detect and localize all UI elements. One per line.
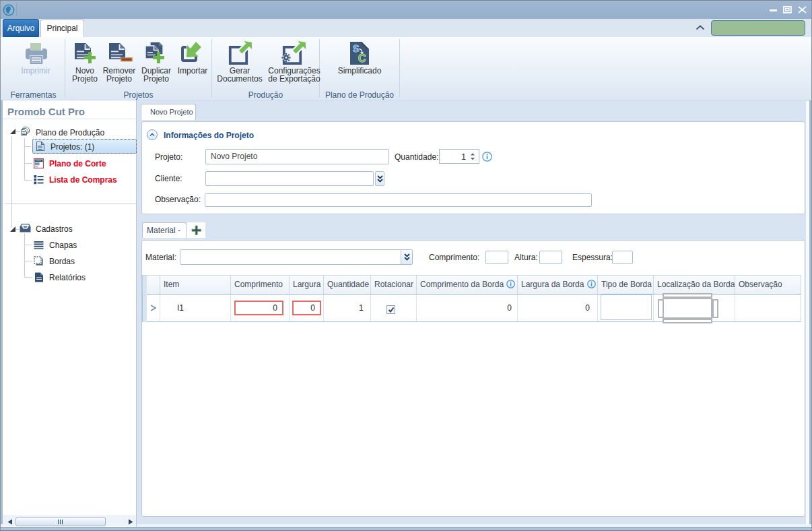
svg-text:C: C [358,53,366,64]
